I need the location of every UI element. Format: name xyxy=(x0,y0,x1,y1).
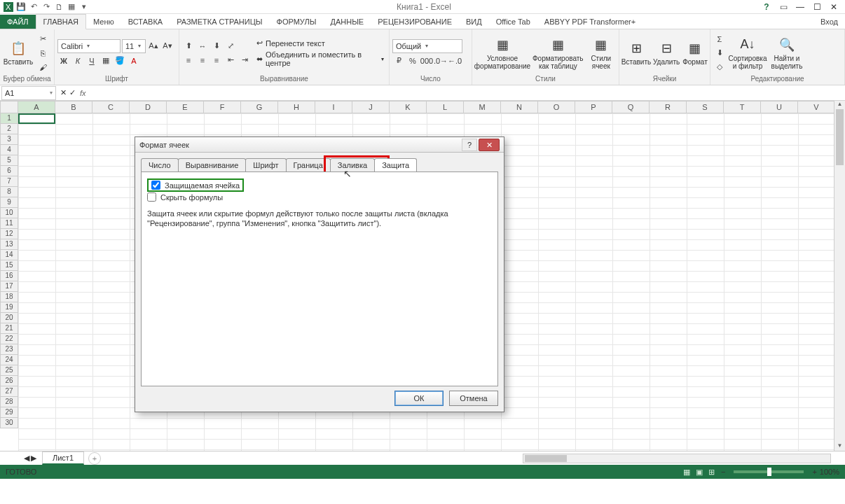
column-header[interactable]: C xyxy=(92,101,130,113)
column-header[interactable]: I xyxy=(315,101,352,113)
cancel-button[interactable]: Отмена xyxy=(449,391,498,406)
row-header[interactable]: 30 xyxy=(0,418,18,428)
column-header[interactable]: J xyxy=(352,101,390,113)
cell-styles-button[interactable]: ▦ Стили ячеек xyxy=(586,32,616,74)
align-top-icon[interactable]: ⬆ xyxy=(182,40,195,52)
row-header[interactable]: 23 xyxy=(0,344,18,355)
row-header[interactable]: 16 xyxy=(0,271,18,281)
sheet-tab-1[interactable]: Лист1 xyxy=(42,451,84,465)
tab-data[interactable]: ДАННЫЕ xyxy=(323,15,371,29)
dialog-tab-alignment[interactable]: Выравнивание xyxy=(178,158,247,172)
column-header[interactable]: D xyxy=(130,101,167,113)
row-header[interactable]: 26 xyxy=(0,376,18,386)
column-header[interactable]: R xyxy=(650,101,687,113)
row-header[interactable]: 11 xyxy=(0,218,18,229)
fx-icon[interactable]: fx xyxy=(80,89,86,97)
bold-button[interactable]: Ж xyxy=(57,55,70,67)
align-middle-icon[interactable]: ↔ xyxy=(196,40,209,52)
enter-formula-icon[interactable]: ✓ xyxy=(69,88,76,97)
column-header[interactable]: B xyxy=(55,101,92,113)
border-icon[interactable]: ▦ xyxy=(99,55,112,67)
scroll-thumb[interactable] xyxy=(836,113,844,165)
tab-file[interactable]: ФАЙЛ xyxy=(0,15,36,29)
tab-formulas[interactable]: ФОРМУЛЫ xyxy=(270,15,324,29)
column-header[interactable]: S xyxy=(687,101,724,113)
new-icon[interactable]: 🗋 xyxy=(53,1,64,13)
column-header[interactable]: N xyxy=(501,101,538,113)
column-header[interactable]: E xyxy=(167,101,204,113)
wrap-text-button[interactable]: ↩Перенести текст xyxy=(254,38,387,48)
minimize-icon[interactable]: — xyxy=(795,2,806,12)
row-header[interactable]: 25 xyxy=(0,365,18,376)
help-icon[interactable]: ? xyxy=(761,2,772,12)
qat-dropdown-icon[interactable]: ▾ xyxy=(78,1,90,13)
close-icon[interactable]: ✕ xyxy=(828,2,839,12)
clear-icon[interactable]: ◇ xyxy=(713,61,726,74)
column-header[interactable]: T xyxy=(724,101,761,113)
insert-cells-button[interactable]: ⊞Вставить xyxy=(622,32,650,74)
dialog-tab-border[interactable]: Граница xyxy=(286,158,331,172)
maximize-icon[interactable]: ☐ xyxy=(811,2,823,12)
decrease-decimal-icon[interactable]: ←.0 xyxy=(448,55,461,67)
tab-insert[interactable]: ВСТАВКА xyxy=(121,15,170,29)
format-as-table-button[interactable]: ▦ Форматировать как таблицу xyxy=(533,32,584,74)
column-header[interactable]: U xyxy=(761,101,798,113)
comma-icon[interactable]: 000 xyxy=(420,55,433,67)
print-icon[interactable]: ▦ xyxy=(66,1,77,13)
tab-view[interactable]: ВИД xyxy=(459,15,489,29)
view-buttons[interactable]: ▦▣⊞ xyxy=(680,468,718,477)
dialog-tab-number[interactable]: Число xyxy=(141,158,179,172)
select-all-corner[interactable] xyxy=(0,101,18,113)
column-header[interactable]: F xyxy=(204,101,241,113)
row-header[interactable]: 8 xyxy=(0,187,18,197)
ok-button[interactable]: ОК xyxy=(394,391,444,406)
row-header[interactable]: 18 xyxy=(0,292,18,302)
row-header[interactable]: 6 xyxy=(0,166,18,176)
tab-officetab[interactable]: Office Tab xyxy=(489,15,537,29)
signin-link[interactable]: Вход xyxy=(813,15,845,29)
tab-abbyy[interactable]: ABBYY PDF Transformer+ xyxy=(537,15,643,29)
row-header[interactable]: 29 xyxy=(0,407,18,418)
row-header[interactable]: 3 xyxy=(0,134,18,145)
merge-center-button[interactable]: ⬌Объединить и поместить в центре▾ xyxy=(254,50,387,68)
horizontal-scrollbar[interactable] xyxy=(523,454,831,463)
formula-input[interactable] xyxy=(90,87,842,99)
column-header[interactable]: G xyxy=(241,101,278,113)
column-header[interactable]: V xyxy=(798,101,835,113)
column-header[interactable]: L xyxy=(427,101,464,113)
row-header[interactable]: 19 xyxy=(0,302,18,313)
column-header[interactable]: K xyxy=(390,101,427,113)
font-family-combo[interactable]: Calibri▾ xyxy=(57,39,121,53)
font-size-combo[interactable]: 11▾ xyxy=(122,39,146,53)
sort-filter-button[interactable]: A↓Сортировка и фильтр xyxy=(729,32,767,74)
row-header[interactable]: 7 xyxy=(0,176,18,187)
align-left-icon[interactable]: ≡ xyxy=(182,54,195,66)
undo-icon[interactable]: ↶ xyxy=(28,1,39,13)
row-header[interactable]: 17 xyxy=(0,281,18,292)
column-header[interactable]: H xyxy=(278,101,315,113)
row-header[interactable]: 2 xyxy=(0,124,18,134)
dialog-titlebar[interactable]: Формат ячеек ? ✕ xyxy=(135,137,504,153)
underline-button[interactable]: Ч xyxy=(85,55,98,67)
row-header[interactable]: 15 xyxy=(0,260,18,271)
fill-icon[interactable]: ⬇ xyxy=(713,47,726,59)
dialog-tab-fill[interactable]: Заливка xyxy=(330,158,375,172)
zoom-slider[interactable] xyxy=(734,470,804,473)
redo-icon[interactable]: ↷ xyxy=(41,1,52,13)
conditional-formatting-button[interactable]: ▦ Условное форматирование xyxy=(475,32,530,74)
number-format-combo[interactable]: Общий▾ xyxy=(392,39,462,53)
zoom-out-icon[interactable]: − xyxy=(721,468,725,476)
align-bottom-icon[interactable]: ⬇ xyxy=(210,40,223,52)
row-header[interactable]: 27 xyxy=(0,386,18,397)
paste-button[interactable]: 📋 Вставить xyxy=(3,32,34,74)
zoom-in-icon[interactable]: + xyxy=(812,468,816,476)
tab-pagelayout[interactable]: РАЗМЕТКА СТРАНИЦЫ xyxy=(170,15,269,29)
align-right-icon[interactable]: ≡ xyxy=(210,54,223,66)
row-header[interactable]: 10 xyxy=(0,208,18,218)
row-header[interactable]: 13 xyxy=(0,239,18,250)
dialog-help-button[interactable]: ? xyxy=(462,139,477,151)
dialog-close-button[interactable]: ✕ xyxy=(479,139,500,151)
find-select-button[interactable]: 🔍Найти и выделить xyxy=(769,32,804,74)
vertical-scrollbar[interactable]: ▲ ▼ xyxy=(834,113,845,451)
column-header[interactable]: P xyxy=(575,101,612,113)
